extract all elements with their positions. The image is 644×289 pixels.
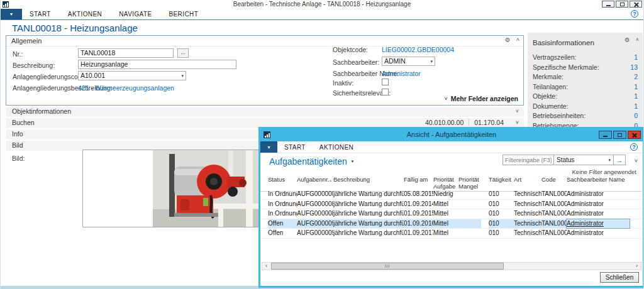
table-row[interactable]: In OrdnungAUFG0000006jährliche Wartung d… (260, 190, 641, 200)
sachbearbeiter-select[interactable]: ADMIN ▾ (382, 57, 435, 66)
factbox-item: Objekte:1 (533, 92, 638, 102)
scrollbar-thumb[interactable]: III (271, 263, 504, 270)
cell: AUFG0000096 (297, 229, 333, 238)
more-fields-button[interactable]: ˅ Mehr Felder anzeigen (444, 95, 518, 102)
customize-gear-icon[interactable]: ⚙ (625, 36, 630, 43)
main-titlebar[interactable]: Bearbeiten - Technische Anlage - TANL000… (1, 0, 643, 9)
minimize-icon[interactable] (599, 131, 612, 139)
ribbon-tab-bericht[interactable]: BERICHT (169, 11, 198, 18)
pane-divider (481, 175, 489, 191)
fasttab-allgemein-header[interactable]: Allgemein ⚙ ˄ (6, 36, 523, 46)
cell: Offen (268, 229, 297, 238)
factbox-item-value[interactable]: 1 (634, 53, 638, 63)
screen: Bearbeiten - Technische Anlage - TANL000… (0, 0, 644, 289)
objektcode-link[interactable]: LIEG00002.GBDE00004 (382, 46, 454, 53)
column-header[interactable]: Priorität Mangel (458, 175, 481, 191)
filter-field-select[interactable]: Status ▾ (553, 155, 614, 165)
picture-empty-area (83, 150, 153, 227)
cell: 05.08.2015 (404, 190, 433, 199)
table-row[interactable]: OffenAUFG0000096jährliche Wartung durchf… (260, 229, 641, 239)
column-header[interactable]: Sachbearbeiter Name (567, 175, 630, 191)
buchen-value-1: 40.010.00.00 (425, 119, 464, 126)
column-header[interactable]: Priorität Aufgabe (433, 175, 458, 191)
close-icon[interactable] (628, 131, 641, 139)
sachbearbeiter-name-link[interactable]: Administrator (382, 70, 421, 77)
cell: Technisch... (514, 190, 541, 199)
schliessen-button[interactable]: Schließen (600, 272, 639, 283)
chevron-down-icon: ▾ (430, 57, 433, 65)
minimize-icon[interactable] (602, 1, 614, 8)
column-header[interactable]: Code (541, 175, 567, 191)
table-row[interactable]: In OrdnungAUFG0000086jährliche Wartung d… (260, 200, 641, 210)
apply-filter-button[interactable]: → (613, 155, 626, 165)
chevron-down-icon: ˅ (444, 95, 447, 102)
overlay-content: Aufgabentätigkeiten ▾ Status ▾ → ˅ Keine… (260, 153, 643, 286)
scroll-left-icon[interactable]: ‹ (262, 263, 270, 270)
overlay-titlebar[interactable]: Ansicht - Aufgabentätigkeiten (260, 129, 643, 141)
table-row[interactable]: In OrdnungAUFG0000087jährliche Wartung d… (260, 209, 641, 219)
cell: Niedrig (433, 190, 458, 199)
beschreibung-field[interactable]: Heizungsanlage (78, 60, 236, 69)
cell: Administrator (567, 190, 630, 199)
list-heading[interactable]: Aufgabentätigkeiten ▾ (269, 156, 353, 166)
factbox-item: Vertragszeilen:1 (533, 53, 638, 63)
ribbon-tab-start[interactable]: START (284, 144, 306, 151)
ribbon-tab-aktionen[interactable]: AKTIONEN (319, 144, 353, 151)
close-icon[interactable] (630, 1, 642, 8)
filter-input[interactable] (502, 155, 554, 165)
factbox-item-value[interactable]: 1 (634, 82, 638, 92)
section-caption: Buchen (12, 119, 35, 126)
gliederungscode-label: Anlagengliederungscode: (13, 73, 87, 80)
help-icon[interactable]: ? (631, 10, 638, 18)
factbox-item-value[interactable]: 1 (634, 92, 638, 102)
cell: TANL00018 (541, 219, 567, 229)
help-icon[interactable]: ? (630, 143, 638, 151)
column-header[interactable]: Beschreibung (333, 175, 404, 191)
cell: 01.09.2017 (404, 229, 433, 238)
boiler-photo (153, 150, 261, 227)
gliederungscode-select[interactable]: A10.001 ▾ (78, 71, 186, 80)
ribbon-tab-aktionen[interactable]: AKTIONEN (68, 11, 102, 18)
cell: In Ordnung (268, 200, 297, 209)
factbox-item-value[interactable]: 1 (634, 102, 638, 112)
inaktiv-checkbox[interactable] (382, 79, 389, 85)
app-menu-button[interactable]: ▾ (1, 9, 22, 19)
cell (458, 209, 481, 219)
filter-pane-chevron-icon[interactable]: ˅ (635, 158, 638, 164)
collapse-icon[interactable]: ˄ (516, 36, 519, 43)
sicherheitsrelevant-checkbox[interactable] (382, 89, 389, 95)
app-menu-button[interactable]: ▾ (260, 141, 277, 153)
column-header[interactable]: Fällig am (404, 175, 433, 191)
gliederungsbeschreibung-link[interactable]: 421 - Wärmeerzeugungsanlagen (78, 84, 174, 92)
factbox-item-label: Spezifische Merkmale: (533, 63, 599, 73)
factbox-item-value[interactable]: 13 (630, 63, 638, 73)
nr-field[interactable]: TANL00018 (78, 48, 174, 58)
maximize-icon[interactable] (613, 131, 626, 139)
column-header[interactable]: Tätigkeit (489, 175, 514, 191)
overlay-window: Ansicht - Aufgabentätigkeiten ▾ STARTAKT… (258, 127, 644, 288)
maximize-icon[interactable] (616, 1, 628, 8)
column-header[interactable]: Aufgabennr.▲ (297, 175, 333, 191)
customize-gear-icon[interactable]: ⚙ (505, 36, 511, 43)
factbox-item: Merkmale:2 (533, 72, 638, 82)
caret-down-icon: ▾ (352, 159, 354, 164)
fasttab-objektinformationen[interactable]: Objektinformationen ˅ (6, 107, 524, 117)
gliederungscode-value: A10.001 (80, 72, 105, 80)
ribbon-tab-navigate[interactable]: NAVIGATE (119, 11, 152, 18)
factbox-item-label: Dokumente: (533, 102, 569, 112)
horizontal-scrollbar[interactable]: ‹ III › (262, 262, 641, 270)
factbox-item-value[interactable]: 0 (634, 111, 638, 121)
column-header[interactable]: Art (514, 175, 541, 191)
picture-control[interactable] (82, 150, 262, 227)
nr-assist-button[interactable]: ... (177, 48, 189, 58)
collapse-icon[interactable]: ˄ (636, 36, 639, 43)
table-row[interactable]: OffenAUFG0000095jährliche Wartung durchf… (260, 219, 641, 229)
chevron-down-icon: ˅ (516, 108, 519, 114)
focused-cell[interactable]: Administrator (567, 219, 630, 229)
column-header[interactable]: Status (268, 175, 297, 191)
scroll-right-icon[interactable]: › (633, 263, 641, 270)
factbox-item-value[interactable]: 2 (634, 72, 638, 82)
ribbon-tab-start[interactable]: START (30, 11, 51, 18)
section-caption: Objektinformationen (12, 107, 71, 115)
factbox-item: Spezifische Merkmale:13 (533, 63, 638, 73)
